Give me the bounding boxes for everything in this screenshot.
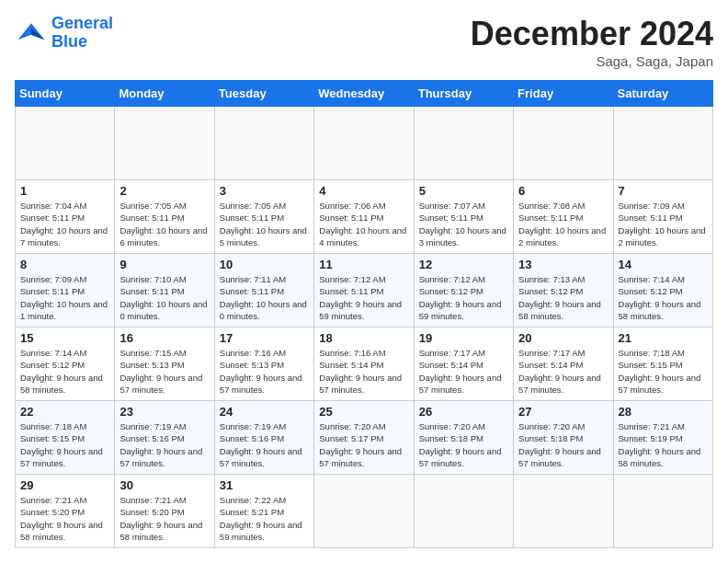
day-number: 9 [119,258,209,271]
day-info: Sunrise: 7:06 AM Sunset: 5:11 PM Dayligh… [319,200,408,248]
day-info: Sunrise: 7:17 AM Sunset: 5:14 PM Dayligh… [419,347,508,396]
logo-bird-icon [15,17,48,50]
day-info: Sunrise: 7:08 AM Sunset: 5:11 PM Dayligh… [518,200,608,248]
day-info: Sunrise: 7:21 AM Sunset: 5:20 PM Dayligh… [20,494,109,543]
calendar-week-6: 29Sunrise: 7:21 AM Sunset: 5:20 PM Dayli… [16,475,713,548]
calendar-cell: 16Sunrise: 7:15 AM Sunset: 5:13 PM Dayli… [115,327,214,401]
calendar-cell: 25Sunrise: 7:20 AM Sunset: 5:17 PM Dayli… [314,401,414,475]
day-number: 20 [518,331,608,345]
calendar-cell: 29Sunrise: 7:21 AM Sunset: 5:20 PM Dayli… [16,475,115,548]
day-number: 15 [20,331,109,345]
calendar-cell [214,107,313,180]
calendar-cell: 31Sunrise: 7:22 AM Sunset: 5:21 PM Dayli… [214,475,313,548]
day-number: 22 [20,405,109,419]
col-header-friday: Friday [514,81,613,107]
calendar-cell: 19Sunrise: 7:17 AM Sunset: 5:14 PM Dayli… [414,327,513,401]
calendar-cell: 24Sunrise: 7:19 AM Sunset: 5:16 PM Dayli… [214,401,313,475]
day-info: Sunrise: 7:21 AM Sunset: 5:20 PM Dayligh… [119,494,209,543]
day-info: Sunrise: 7:05 AM Sunset: 5:11 PM Dayligh… [119,200,209,248]
calendar-cell: 27Sunrise: 7:20 AM Sunset: 5:18 PM Dayli… [514,401,613,475]
day-info: Sunrise: 7:12 AM Sunset: 5:11 PM Dayligh… [319,273,408,322]
calendar-cell: 1Sunrise: 7:04 AM Sunset: 5:11 PM Daylig… [16,180,115,254]
calendar-cell: 14Sunrise: 7:14 AM Sunset: 5:12 PM Dayli… [613,254,712,327]
calendar-cell: 23Sunrise: 7:19 AM Sunset: 5:16 PM Dayli… [115,401,214,475]
calendar-cell [314,107,414,180]
day-number: 3 [220,184,309,198]
col-header-tuesday: Tuesday [214,81,313,107]
calendar-cell [514,107,613,180]
day-info: Sunrise: 7:21 AM Sunset: 5:19 PM Dayligh… [619,420,708,469]
calendar-cell: 2Sunrise: 7:05 AM Sunset: 5:11 PM Daylig… [115,180,214,254]
logo: General Blue [15,15,113,52]
logo-line2: Blue [51,32,87,51]
calendar-cell: 6Sunrise: 7:08 AM Sunset: 5:11 PM Daylig… [514,180,613,254]
day-number: 16 [119,331,209,345]
calendar-cell: 7Sunrise: 7:09 AM Sunset: 5:11 PM Daylig… [613,180,712,254]
day-info: Sunrise: 7:20 AM Sunset: 5:18 PM Dayligh… [518,420,608,469]
day-info: Sunrise: 7:14 AM Sunset: 5:12 PM Dayligh… [619,273,708,322]
calendar-cell: 21Sunrise: 7:18 AM Sunset: 5:15 PM Dayli… [613,327,712,401]
day-info: Sunrise: 7:18 AM Sunset: 5:15 PM Dayligh… [619,347,708,396]
logo-text: General Blue [51,15,113,52]
calendar-cell: 13Sunrise: 7:13 AM Sunset: 5:12 PM Dayli… [514,254,613,327]
day-number: 13 [518,258,608,271]
calendar-week-3: 8Sunrise: 7:09 AM Sunset: 5:11 PM Daylig… [16,254,713,327]
day-info: Sunrise: 7:05 AM Sunset: 5:11 PM Dayligh… [220,200,309,248]
col-header-thursday: Thursday [414,81,513,107]
day-number: 2 [119,184,209,198]
day-number: 27 [518,405,608,419]
day-number: 4 [319,184,408,198]
calendar-cell: 20Sunrise: 7:17 AM Sunset: 5:14 PM Dayli… [514,327,613,401]
day-number: 23 [119,405,209,419]
calendar-cell: 8Sunrise: 7:09 AM Sunset: 5:11 PM Daylig… [16,254,115,327]
day-info: Sunrise: 7:16 AM Sunset: 5:14 PM Dayligh… [319,347,408,396]
col-header-saturday: Saturday [613,81,712,107]
calendar-week-1 [16,107,713,180]
day-info: Sunrise: 7:16 AM Sunset: 5:13 PM Dayligh… [220,347,309,396]
col-header-monday: Monday [115,81,214,107]
day-number: 25 [319,405,408,419]
col-header-wednesday: Wednesday [314,81,414,107]
day-number: 24 [220,405,309,419]
day-info: Sunrise: 7:19 AM Sunset: 5:16 PM Dayligh… [220,420,309,469]
calendar-cell: 12Sunrise: 7:12 AM Sunset: 5:12 PM Dayli… [414,254,513,327]
calendar-cell: 4Sunrise: 7:06 AM Sunset: 5:11 PM Daylig… [314,180,414,254]
day-number: 10 [220,258,309,271]
day-number: 1 [20,184,109,198]
calendar-subtitle: Saga, Saga, Japan [471,53,713,69]
calendar-week-5: 22Sunrise: 7:18 AM Sunset: 5:15 PM Dayli… [16,401,713,475]
day-number: 8 [20,258,109,271]
calendar-cell [514,475,613,548]
title-block: December 2024 Saga, Saga, Japan [471,15,713,69]
day-number: 21 [619,331,708,345]
day-number: 5 [419,184,508,198]
day-number: 7 [619,184,708,198]
day-info: Sunrise: 7:12 AM Sunset: 5:12 PM Dayligh… [419,273,508,322]
calendar-week-4: 15Sunrise: 7:14 AM Sunset: 5:12 PM Dayli… [16,327,713,401]
day-number: 26 [419,405,508,419]
day-number: 29 [20,478,109,492]
calendar-cell [414,475,513,548]
calendar-cell: 22Sunrise: 7:18 AM Sunset: 5:15 PM Dayli… [16,401,115,475]
calendar-cell: 17Sunrise: 7:16 AM Sunset: 5:13 PM Dayli… [214,327,313,401]
calendar-table: SundayMondayTuesdayWednesdayThursdayFrid… [15,80,713,548]
svg-marker-1 [31,28,44,40]
day-info: Sunrise: 7:20 AM Sunset: 5:17 PM Dayligh… [319,420,408,469]
day-number: 18 [319,331,408,345]
calendar-week-2: 1Sunrise: 7:04 AM Sunset: 5:11 PM Daylig… [16,180,713,254]
day-number: 28 [619,405,708,419]
calendar-cell [314,475,414,548]
day-info: Sunrise: 7:09 AM Sunset: 5:11 PM Dayligh… [619,200,708,248]
calendar-cell: 9Sunrise: 7:10 AM Sunset: 5:11 PM Daylig… [115,254,214,327]
day-number: 19 [419,331,508,345]
calendar-cell: 10Sunrise: 7:11 AM Sunset: 5:11 PM Dayli… [214,254,313,327]
day-number: 30 [119,478,209,492]
day-info: Sunrise: 7:10 AM Sunset: 5:11 PM Dayligh… [119,273,209,322]
day-info: Sunrise: 7:04 AM Sunset: 5:11 PM Dayligh… [20,200,109,248]
col-header-sunday: Sunday [16,81,115,107]
calendar-cell [115,107,214,180]
day-info: Sunrise: 7:20 AM Sunset: 5:18 PM Dayligh… [419,420,508,469]
day-info: Sunrise: 7:11 AM Sunset: 5:11 PM Dayligh… [220,273,309,322]
calendar-cell: 15Sunrise: 7:14 AM Sunset: 5:12 PM Dayli… [16,327,115,401]
calendar-cell: 11Sunrise: 7:12 AM Sunset: 5:11 PM Dayli… [314,254,414,327]
